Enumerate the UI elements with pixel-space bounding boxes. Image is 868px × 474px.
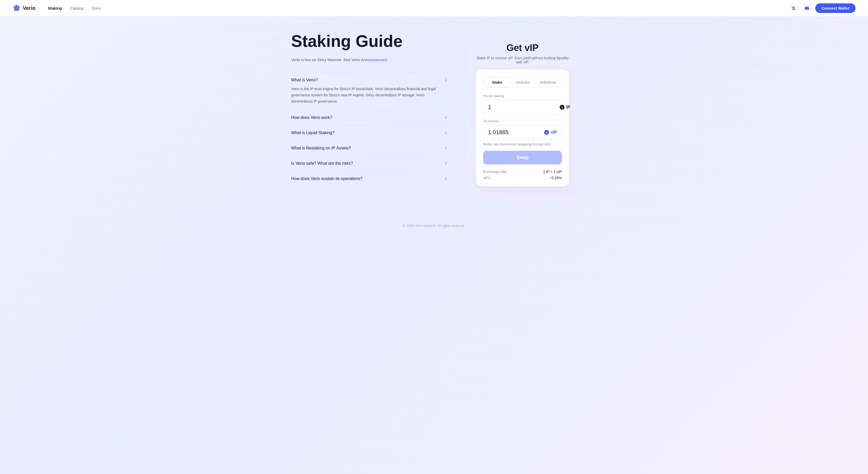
svg-text:S: S (561, 106, 563, 109)
faq-question-2: What is Liquid Staking? (291, 130, 334, 135)
nav-actions: Connect Wallet (788, 3, 856, 13)
staking-token-badge: S IP (559, 105, 570, 110)
staking-input-wrap: S IP (483, 100, 562, 115)
exchange-rate-row: Exchange rate 1 IP = 1 vIP (483, 170, 562, 174)
announcement-link[interactable]: Announcement. (361, 58, 388, 62)
exchange-rate-label: Exchange rate (483, 170, 506, 174)
svg-text:S: S (546, 131, 547, 134)
staking-token-name: IP (566, 105, 570, 110)
swap-button[interactable]: Swap (483, 151, 562, 165)
faq-chevron-4: ⇩ (444, 161, 447, 166)
staking-amount-input[interactable] (488, 104, 559, 111)
faq-question-5: How does Verio sustain its operations? (291, 176, 363, 181)
nav-links: Staking Catalog Docs (48, 6, 788, 10)
apy-label: APY (483, 176, 490, 180)
receive-token-name: vIP (551, 130, 557, 135)
nav-link-staking[interactable]: Staking (48, 6, 62, 10)
faq-header-3[interactable]: What is Restaking on IP Assets? ⇩ (291, 146, 447, 150)
right-panel: Get vIP Stake IP to receive vIP. Earn yi… (468, 32, 577, 197)
stake-tabs: Stake Unstake Withdraw (483, 77, 562, 88)
apy-row: APY ~5.25% (483, 176, 562, 180)
ip-icon-svg: S (559, 105, 565, 110)
faq-question-4: Is Verio safe? What are the risks? (291, 161, 353, 166)
main-content: Staking Guide Verio is live on Story Mai… (279, 17, 589, 217)
tab-withdraw[interactable]: Withdraw (535, 78, 561, 87)
faq-chevron-2: ⇩ (444, 131, 447, 135)
tab-unstake[interactable]: Unstake (510, 78, 535, 87)
navbar: Verio Staking Catalog Docs Connect Walle… (0, 0, 868, 17)
get-vip-subtitle: Stake IP to receive vIP. Earn yield with… (476, 56, 569, 64)
faq-question-1: How does Verio work? (291, 115, 332, 120)
exchange-rate-value: 1 IP = 1 vIP (543, 170, 562, 174)
faq-item-0: What is Verio? ⇧ Verio is the IP trust e… (291, 72, 447, 110)
vip-icon-svg: S (544, 130, 549, 135)
tab-stake[interactable]: Stake (485, 78, 510, 87)
faq-list: What is Verio? ⇧ Verio is the IP trust e… (291, 72, 447, 186)
faq-item-1: How does Verio work? ⇩ (291, 110, 447, 125)
logo-icon (12, 4, 21, 12)
faq-chevron-0: ⇧ (444, 78, 447, 82)
logo-text: Verio (23, 5, 35, 11)
twitter-icon (791, 6, 796, 11)
stake-card: Stake Unstake Withdraw You're staking S (476, 69, 569, 186)
get-vip-title: Get vIP (476, 42, 569, 53)
nav-link-docs[interactable]: Docs (92, 6, 101, 10)
faq-chevron-5: ⇩ (444, 177, 447, 181)
faq-item-5: How does Verio sustain its operations? ⇩ (291, 171, 447, 186)
faq-chevron-1: ⇩ (444, 116, 447, 120)
twitter-button[interactable] (788, 3, 799, 13)
footer-text: © 2025 Verio Network. All rights reserve… (403, 224, 465, 228)
faq-header-5[interactable]: How does Verio sustain its operations? ⇩ (291, 176, 447, 181)
discord-button[interactable] (802, 3, 812, 13)
faq-header-2[interactable]: What is Liquid Staking? ⇩ (291, 130, 447, 135)
page-title: Staking Guide (291, 32, 447, 50)
dex-notice: Better rate discovered swapping through … (483, 142, 562, 146)
faq-question-3: What is Restaking on IP Assets? (291, 146, 351, 150)
staking-label: You're staking (483, 94, 562, 98)
faq-header-1[interactable]: How does Verio work? ⇩ (291, 115, 447, 120)
faq-header-0[interactable]: What is Verio? ⇧ (291, 78, 447, 82)
left-panel: Staking Guide Verio is live on Story Mai… (291, 32, 447, 186)
discord-icon (805, 6, 809, 11)
faq-question-0: What is Verio? (291, 78, 318, 82)
receive-label: To receive (483, 119, 562, 123)
subtitle-text: Verio is live on Story Mainnet. See Veri… (291, 58, 361, 62)
vip-token-badge: S vIP (544, 129, 557, 135)
receive-amount-wrap: 1.01885 S vIP (483, 125, 562, 140)
nav-link-catalog[interactable]: Catalog (70, 6, 84, 10)
vip-token-icon: S (544, 129, 550, 135)
logo[interactable]: Verio (12, 4, 35, 12)
faq-item-4: Is Verio safe? What are the risks? ⇩ (291, 156, 447, 171)
faq-item-3: What is Restaking on IP Assets? ⇩ (291, 140, 447, 156)
receive-amount: 1.01885 (488, 129, 544, 136)
faq-chevron-3: ⇩ (444, 146, 447, 150)
subtitle: Verio is live on Story Mainnet. See Veri… (291, 58, 447, 62)
footer: © 2025 Verio Network. All rights reserve… (0, 217, 868, 234)
right-bg: Get vIP Stake IP to receive vIP. Earn yi… (468, 32, 577, 197)
faq-item-2: What is Liquid Staking? ⇩ (291, 125, 447, 140)
faq-answer-0: Verio is the IP trust engine for Story's… (291, 86, 436, 105)
apy-value: ~5.25% (550, 176, 562, 180)
ip-token-icon: S (559, 105, 565, 110)
connect-wallet-button[interactable]: Connect Wallet (815, 3, 856, 13)
faq-header-4[interactable]: Is Verio safe? What are the risks? ⇩ (291, 161, 447, 166)
